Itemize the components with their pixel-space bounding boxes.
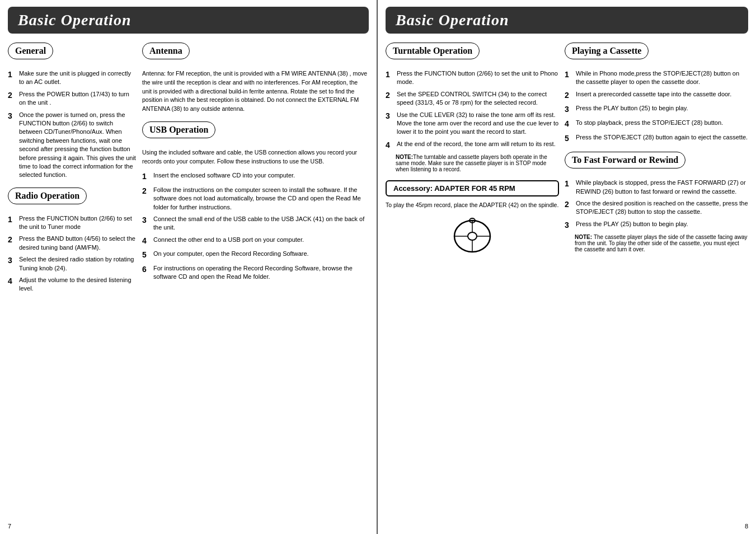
left-page-number: 7 <box>8 523 11 530</box>
right-page-title: Basic Operation <box>396 11 509 29</box>
general-section: General Make sure the unit is plugged in… <box>8 43 137 180</box>
usb-item-4: Connect the other end to a USB port on y… <box>153 236 369 247</box>
general-list: Make sure the unit is plugged in correct… <box>8 69 137 180</box>
radio-item-4: Adjust the volume to the desired listeni… <box>19 276 137 293</box>
antenna-text: Antenna: for FM reception, the unit is p… <box>142 69 369 114</box>
usb-item-2: Follow the instructions on the computer … <box>153 186 369 212</box>
cassette-title: Playing a Cassette <box>572 46 641 55</box>
cassette-item-1: While in Phono mode,press the STOP/EJECT… <box>576 69 748 87</box>
list-item: While in Phono mode,press the STOP/EJECT… <box>565 69 748 87</box>
list-item: Connect the small end of the USB cable t… <box>142 215 369 232</box>
general-title: General <box>15 46 46 55</box>
turntable-section: Turntable Operation Press the FUNCTION b… <box>386 43 559 172</box>
antenna-title: Antenna <box>149 46 182 55</box>
accessory-title: Accessory: ADAPTER FOR 45 RPM <box>393 184 515 193</box>
general-item-2: Press the POWER button (17/43) to turn o… <box>19 90 137 107</box>
list-item: Use the CUE LEVER (32) to raise the tone… <box>386 111 559 137</box>
svg-point-1 <box>468 232 477 240</box>
turntable-list: Press the FUNCTION button (2/66) to set … <box>386 69 559 151</box>
usb-item-6: For instructions on operating the Record… <box>153 264 369 282</box>
list-item: For instructions on operating the Record… <box>142 264 369 282</box>
cassette-item-3: Press the PLAY button (25) to begin play… <box>576 104 748 115</box>
usb-section: USB Operation Using the included softwar… <box>142 121 369 282</box>
list-item: Adjust the volume to the desired listeni… <box>8 276 137 293</box>
left-page-title: Basic Operation <box>18 11 131 29</box>
list-item: Once the power is turned on, press the F… <box>8 111 137 180</box>
list-item: Connect the other end to a USB port on y… <box>142 236 369 247</box>
turntable-item-1: Press the FUNCTION button (2/66) to set … <box>397 69 559 87</box>
accessory-text: To play the 45rpm record, place the ADAP… <box>386 201 559 209</box>
radio-title: Radio Operation <box>15 191 79 200</box>
list-item: Set the SPEED CONTROL SWITCH (34) to the… <box>386 90 559 107</box>
ff-item-1: While playback is stopped, press the FAS… <box>576 179 748 196</box>
list-item: Insert a prerecorded cassette tape into … <box>565 90 748 101</box>
cassette-item-4: To stop playback, press the STOP/EJECT (… <box>576 119 748 130</box>
list-item: Insert the enclosed software CD into you… <box>142 171 369 182</box>
list-item: Press the PLAY (25) button to begin play… <box>565 220 748 231</box>
ff-item-2: Once the desired position is reached on … <box>576 199 748 217</box>
list-item: Once the desired position is reached on … <box>565 199 748 217</box>
cassette-item-2: Insert a prerecorded cassette tape into … <box>576 90 748 101</box>
general-radio-column: General Make sure the unit is plugged in… <box>8 43 137 301</box>
turntable-section-box: Turntable Operation <box>386 43 480 59</box>
right-page-header: Basic Operation <box>386 7 748 34</box>
radio-section-box: Radio Operation <box>8 188 87 204</box>
antenna-usb-column: Antenna Antenna: for FM reception, the u… <box>142 43 369 301</box>
list-item: Press the FUNCTION button (2/66) to set … <box>8 214 137 232</box>
usb-list: Insert the enclosed software CD into you… <box>142 171 369 282</box>
cassette-section: Playing a Cassette While in Phono mode,p… <box>565 43 748 144</box>
list-item: At the end of the record, the tone arm w… <box>386 140 559 151</box>
radio-item-1: Press the FUNCTION button (2/66) to set … <box>19 214 137 232</box>
list-item: Press the POWER button (17/43) to turn o… <box>8 90 137 107</box>
general-item-1: Make sure the unit is plugged in correct… <box>19 69 137 87</box>
fast-forward-list: While playback is stopped, press the FAS… <box>565 179 748 231</box>
turntable-item-2: Set the SPEED CONTROL SWITCH (34) to the… <box>397 90 559 107</box>
usb-title: USB Operation <box>149 125 208 134</box>
accessory-section: Accessory: ADAPTER FOR 45 RPM To play th… <box>386 180 559 257</box>
antenna-section-box: Antenna <box>142 43 190 59</box>
usb-item-5: On your computer, open the Record Record… <box>153 250 369 261</box>
usb-section-box: USB Operation <box>142 121 215 138</box>
general-section-box: General <box>8 43 53 59</box>
fast-forward-section: To Fast Forward or Rewind While playback… <box>565 152 748 252</box>
turntable-note: NOTE:NOTE:The turntable and cassette pla… <box>386 154 559 172</box>
right-page: Basic Operation Turntable Operation Pres… <box>378 0 756 534</box>
cassette-list: While in Phono mode,press the STOP/EJECT… <box>565 69 748 144</box>
adapter-illustration <box>450 213 495 257</box>
list-item: Press the STOP/EJECT (28) button again t… <box>565 133 748 144</box>
turntable-column: Turntable Operation Press the FUNCTION b… <box>386 43 559 265</box>
list-item: Follow the instructions on the computer … <box>142 186 369 212</box>
left-page: Basic Operation General Make sure the un… <box>0 0 378 534</box>
radio-list: Press the FUNCTION button (2/66) to set … <box>8 214 137 293</box>
list-item: Select the desired radio station by rota… <box>8 255 137 273</box>
list-item: Press the FUNCTION button (2/66) to set … <box>386 69 559 87</box>
general-item-3: Once the power is turned on, press the F… <box>19 111 137 180</box>
list-item: Make sure the unit is plugged in correct… <box>8 69 137 87</box>
radio-section: Radio Operation Press the FUNCTION butto… <box>8 188 137 293</box>
list-item: To stop playback, press the STOP/EJECT (… <box>565 119 748 130</box>
fast-forward-title: To Fast Forward or Rewind <box>572 155 678 165</box>
list-item: Press the PLAY button (25) to begin play… <box>565 104 748 115</box>
cassette-section-box: Playing a Cassette <box>565 43 649 59</box>
left-page-header: Basic Operation <box>8 7 369 34</box>
turntable-item-4: At the end of the record, the tone arm w… <box>397 140 559 151</box>
usb-intro: Using the included software and cable, t… <box>142 148 369 166</box>
turntable-title: Turntable Operation <box>393 46 472 55</box>
antenna-section: Antenna Antenna: for FM reception, the u… <box>142 43 369 114</box>
radio-item-3: Select the desired radio station by rota… <box>19 255 137 273</box>
right-page-number: 8 <box>745 523 748 530</box>
usb-item-1: Insert the enclosed software CD into you… <box>153 171 369 182</box>
cassette-item-5: Press the STOP/EJECT (28) button again t… <box>576 133 748 144</box>
list-item: While playback is stopped, press the FAS… <box>565 179 748 196</box>
cassette-column: Playing a Cassette While in Phono mode,p… <box>565 43 748 265</box>
radio-item-2: Press the BAND button (4/56) to select t… <box>19 235 137 252</box>
fast-forward-section-box: To Fast Forward or Rewind <box>565 152 685 168</box>
usb-item-3: Connect the small end of the USB cable t… <box>153 215 369 232</box>
list-item: On your computer, open the Record Record… <box>142 250 369 261</box>
ff-note: NOTE: The cassette player plays the side… <box>565 234 748 252</box>
ff-item-3: Press the PLAY (25) button to begin play… <box>576 220 748 231</box>
turntable-item-3: Use the CUE LEVER (32) to raise the tone… <box>397 111 559 137</box>
list-item: Press the BAND button (4/56) to select t… <box>8 235 137 252</box>
